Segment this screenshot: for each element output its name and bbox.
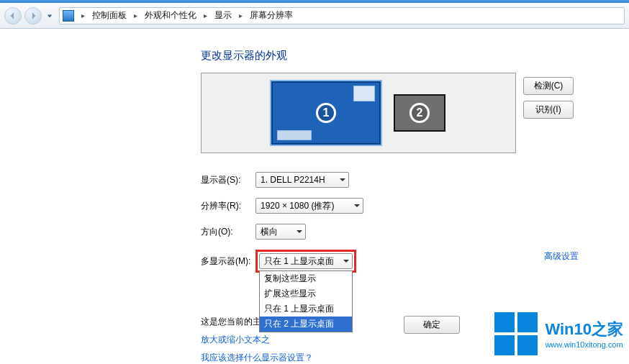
monitor-number: 1 <box>316 103 336 123</box>
window-thumb-icon <box>353 86 375 101</box>
multi-display-dropdown: 复制这些显示 扩展这些显示 只在 1 上显示桌面 只在 2 上显示桌面 <box>259 270 353 332</box>
page-title: 更改显示器的外观 <box>201 49 629 63</box>
chevron-right-icon: ▸ <box>236 12 245 19</box>
dropdown-option[interactable]: 扩展这些显示 <box>260 286 352 301</box>
advanced-settings-link[interactable]: 高级设置 <box>544 250 579 263</box>
taskbar-thumb-icon <box>277 130 312 140</box>
resolution-combo[interactable]: 1920 × 1080 (推荐) <box>255 198 363 214</box>
dropdown-option[interactable]: 只在 1 上显示桌面 <box>260 301 352 317</box>
watermark-brand: Win10之家 <box>545 319 623 340</box>
watermark: Win10之家 www.win10xitong.com <box>494 312 623 355</box>
monitor-1[interactable]: 1 <box>271 81 381 145</box>
zoom-text-link[interactable]: 放大或缩小文本之 <box>201 334 270 346</box>
breadcrumb-item[interactable]: 屏幕分辨率 <box>247 9 296 22</box>
ok-button[interactable]: 确定 <box>404 316 460 334</box>
dialog-footer: 确定 <box>404 316 460 334</box>
display-combo[interactable]: 1. DELL P2214H <box>255 172 349 188</box>
navigation-bar: ▸ 控制面板 ▸ 外观和个性化 ▸ 显示 ▸ 屏幕分辨率 <box>0 3 629 29</box>
breadcrumb-item[interactable]: 外观和个性化 <box>142 9 199 22</box>
back-button[interactable] <box>4 7 22 24</box>
orientation-label: 方向(O): <box>201 226 255 238</box>
resolution-label: 分辨率(R): <box>201 200 255 212</box>
dropdown-option[interactable]: 只在 2 上显示桌面 <box>260 317 352 332</box>
identify-button[interactable]: 识别(I) <box>523 101 574 119</box>
windows-logo-icon <box>494 312 538 355</box>
monitor-number: 2 <box>409 103 430 123</box>
multi-display-combo[interactable]: 只在 1 上显示桌面 <box>259 253 353 269</box>
chevron-right-icon: ▸ <box>201 12 210 19</box>
address-bar[interactable]: ▸ 控制面板 ▸ 外观和个性化 ▸ 显示 ▸ 屏幕分辨率 <box>59 7 625 24</box>
display-label: 显示器(S): <box>201 174 255 186</box>
orientation-combo[interactable]: 横向 <box>255 224 306 240</box>
monitor-preview-box: 1 2 <box>201 73 516 153</box>
chevron-right-icon: ▸ <box>78 12 88 19</box>
chevron-right-icon: ▸ <box>131 12 140 19</box>
control-panel-icon <box>63 10 74 22</box>
multi-display-label: 多显示器(M): <box>201 255 255 268</box>
history-dropdown[interactable] <box>45 7 55 24</box>
multi-display-highlight: 只在 1 上显示桌面 复制这些显示 扩展这些显示 只在 1 上显示桌面 只在 2… <box>255 250 356 273</box>
detect-button[interactable]: 检测(C) <box>523 77 574 95</box>
dropdown-option[interactable]: 复制这些显示 <box>260 271 352 286</box>
forward-button[interactable] <box>24 7 42 24</box>
watermark-url: www.win10xitong.com <box>545 340 623 349</box>
which-settings-link[interactable]: 我应该选择什么显示器设置？ <box>201 352 313 364</box>
monitor-2[interactable]: 2 <box>394 94 445 132</box>
breadcrumb-item[interactable]: 显示 <box>212 9 235 22</box>
breadcrumb-item[interactable]: 控制面板 <box>89 9 130 22</box>
